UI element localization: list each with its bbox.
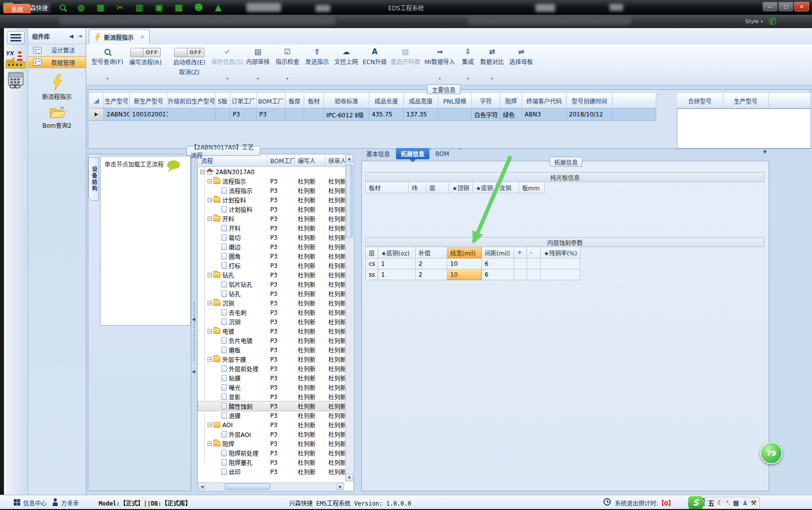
expander-icon[interactable]: − xyxy=(208,179,212,183)
tree-row-曝光[interactable]: 曝光P3杜列新杜列新 xyxy=(198,383,346,392)
tree-node-cell[interactable]: 计划投料 xyxy=(198,205,267,214)
expander-icon[interactable]: − xyxy=(208,357,212,362)
tab-new-process-instruction[interactable]: 新流程指示 ✕ xyxy=(89,29,150,44)
tree-row-钻孔[interactable]: −钻孔P3杜列新杜列新 xyxy=(198,270,346,280)
tree-row-丝印[interactable]: 丝印P3杜列新杜列新 xyxy=(198,467,346,476)
tree-row-计划投料[interactable]: −计划投料P3杜列新杜列新 xyxy=(198,195,346,205)
tree-node-cell[interactable]: 磨板 xyxy=(198,346,267,354)
column-header[interactable]: PNL规格 xyxy=(438,93,472,109)
scroll-left-icon[interactable]: ◀ xyxy=(198,483,206,490)
scroll-right-icon[interactable]: ▶ xyxy=(337,483,344,490)
calculator-icon[interactable] xyxy=(7,72,26,90)
cell[interactable]: 2018/10/12 xyxy=(566,109,613,121)
column-header[interactable] xyxy=(769,93,811,109)
toggle-switch[interactable]: OFF xyxy=(174,48,205,57)
cell[interactable] xyxy=(215,109,230,121)
info-center-label[interactable]: 信息中心 xyxy=(23,499,47,507)
tree-node-cell[interactable]: 沉铜 xyxy=(198,318,267,326)
scrollbar-thumb[interactable] xyxy=(346,165,353,238)
cell[interactable]: IPC-6012 Ⅱ级 xyxy=(324,109,369,121)
ime-logo-icon[interactable]: S xyxy=(688,496,703,509)
tree-node-cell[interactable]: −沉铜 xyxy=(198,299,267,307)
tree-row-阻焊前处理[interactable]: 阻焊前处理P3杜列新杜列新 xyxy=(198,448,346,458)
tree-row-显影[interactable]: 显影P3杜列新杜列新 xyxy=(198,392,346,401)
scrollbar-thumb[interactable] xyxy=(225,483,270,490)
sidebar-item-design-algorithm[interactable]: 设计算法 xyxy=(28,44,86,56)
ribbon-button-7[interactable]: ☁文控上网 xyxy=(332,44,360,84)
wrench-icon[interactable]: ⚒ xyxy=(751,499,757,507)
cell[interactable]: P3 xyxy=(257,109,285,121)
close-tab-icon[interactable]: ✕ xyxy=(140,34,144,40)
column-header[interactable]: 订单工厂 xyxy=(230,93,257,109)
tree-row-酸性蚀刻[interactable]: 酸性蚀刻P3杜列新杜列新 xyxy=(198,401,346,411)
tree-row-外层前处理[interactable]: 外层前处理P3杜列新杜列新 xyxy=(198,364,346,373)
tree-row-退膜[interactable]: 退膜P3杜列新杜列新 xyxy=(198,411,346,420)
tree-row-电镀[interactable]: −电镀P3杜列新杜列新 xyxy=(198,327,346,336)
etch-params-row-ss[interactable]: ss12106 xyxy=(365,269,765,280)
tree-row-流程指示[interactable]: −流程指示P3杜列新杜列新 xyxy=(198,177,346,186)
column-header[interactable]: 字符 xyxy=(472,93,500,109)
tree-node-cell[interactable]: 打标 xyxy=(198,261,267,270)
close-button[interactable]: ✕ xyxy=(794,2,809,11)
tree-row-磨板[interactable]: 磨板P3杜列新杜列新 xyxy=(198,345,346,355)
cell[interactable] xyxy=(541,258,580,269)
expander-icon[interactable]: − xyxy=(208,301,212,305)
detail-tab-BOM[interactable]: BOM xyxy=(430,148,454,159)
cell[interactable] xyxy=(527,258,541,269)
cell[interactable]: 435.75 xyxy=(369,109,404,121)
punctuation-icon[interactable]: °, xyxy=(726,500,730,506)
tree-node-cell[interactable]: −外层干膜 xyxy=(198,355,267,364)
tree-row-2ABN3017A0[interactable]: −2ABN3017A0 xyxy=(198,167,346,177)
column-header[interactable]: 板厚 xyxy=(285,93,304,109)
main-table-row[interactable]: 2ABN3017A010010200110339P3P3IPC-6012 Ⅱ级4… xyxy=(89,109,656,121)
tree-node-cell[interactable]: 外层AOI xyxy=(198,430,267,438)
expander-icon[interactable]: − xyxy=(208,329,212,333)
column-header[interactable]: 成品宽度 xyxy=(404,93,438,109)
toggle-thumb[interactable] xyxy=(131,48,143,57)
tree-row-沉铜[interactable]: 沉铜P3杜列新杜列新 xyxy=(198,317,346,327)
notification-badge[interactable]: 79 xyxy=(760,442,782,464)
tree-row-外层干膜[interactable]: −外层干膜P3杜列新杜列新 xyxy=(198,355,346,364)
tree-node-cell[interactable]: 铝片钻孔 xyxy=(198,280,267,289)
chevron-down-icon[interactable]: ▾ xyxy=(467,76,469,81)
collapse-arrow-icon[interactable]: ◀ xyxy=(192,317,195,322)
tree-node-cell[interactable]: 显影 xyxy=(198,393,267,401)
expander-icon[interactable]: − xyxy=(208,441,212,446)
collapse-left-icon[interactable]: ◀ xyxy=(69,33,73,39)
tree-node-cell[interactable]: −钻孔 xyxy=(198,271,267,279)
tree-node-cell[interactable]: 曝光 xyxy=(198,383,267,392)
chevron-down-icon[interactable]: ▾ xyxy=(226,76,228,81)
tab-device-structure[interactable]: 设备结构 xyxy=(88,157,99,201)
cell[interactable] xyxy=(168,109,215,121)
cell[interactable]: 1 xyxy=(378,269,416,280)
column-header[interactable]: 层 xyxy=(365,247,378,258)
column-header[interactable]: 型号创建时间 xyxy=(566,93,613,109)
tree-row-磨边[interactable]: 磨边P3杜列新杜列新 xyxy=(198,242,346,252)
tree-row-圆角[interactable]: 圆角P3杜列新杜列新 xyxy=(198,252,346,261)
cell[interactable] xyxy=(613,109,656,121)
column-header[interactable]: - xyxy=(527,247,541,258)
tree-row-开料[interactable]: −开料P3杜列新杜列新 xyxy=(198,214,346,223)
scroll-up-icon[interactable]: ▲ xyxy=(346,155,353,162)
tree-node-cell[interactable]: −2ABN3017A0 xyxy=(198,168,267,176)
cell[interactable] xyxy=(514,269,527,280)
detail-tab-基本信息[interactable]: 基本信息 xyxy=(361,148,395,159)
tree-row-外层AOI[interactable]: 外层AOIP3杜列新杜列新 xyxy=(198,430,346,439)
column-header[interactable]: 板材 xyxy=(304,93,324,109)
tree-row-裁切[interactable]: 裁切P3杜列新杜列新 xyxy=(198,233,346,242)
cell[interactable] xyxy=(541,269,580,280)
detail-tab-拓展信息[interactable]: 拓展信息 xyxy=(396,148,429,159)
tree-row-计划投料[interactable]: 计划投料P3杜列新杜列新 xyxy=(198,205,346,214)
expander-icon[interactable]: − xyxy=(200,170,205,174)
collapse-arrow-icon[interactable]: ◀ xyxy=(192,369,195,374)
tree-row-阻焊[interactable]: −阻焊P3杜列新杜列新 xyxy=(198,439,346,448)
cell[interactable]: 白色字符 xyxy=(472,109,500,121)
tree-node-cell[interactable]: 流程指示 xyxy=(198,186,267,195)
cell[interactable]: 10010200110339 xyxy=(130,109,168,121)
expander-icon[interactable]: − xyxy=(208,198,212,202)
tree-row-打标[interactable]: 打标P3杜列新杜列新 xyxy=(198,261,346,270)
column-header[interactable]: 新生产型号 xyxy=(130,93,168,109)
merge-table-body[interactable] xyxy=(677,109,811,148)
tree-node-cell[interactable]: 磨边 xyxy=(198,243,267,251)
sidebar-tool-bom-query[interactable]: Bom查询2 xyxy=(28,107,86,129)
